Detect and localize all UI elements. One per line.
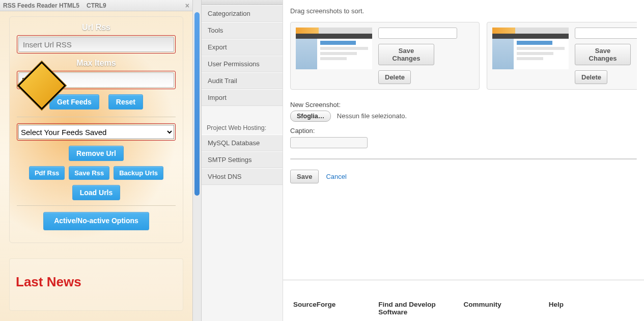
screenshot-caption-input[interactable]: [575, 28, 637, 39]
page-footer: SourceForge Find and Develop Software Co…: [283, 280, 644, 321]
screenshot-item[interactable]: Save Changes Delete: [487, 22, 637, 90]
caption-input[interactable]: [290, 137, 368, 148]
screenshot-thumbnail[interactable]: [296, 28, 372, 69]
main-content: Drag screenshots to sort. Save Changes D…: [283, 0, 644, 321]
screenshot-caption-input[interactable]: [378, 28, 457, 39]
screenshot-list: Save Changes Delete Save Changes Delete: [290, 22, 637, 90]
nav-hosting-header: Project Web Hosting:: [202, 121, 283, 135]
screenshot-thumbnail[interactable]: [492, 28, 569, 69]
delete-button[interactable]: Delete: [575, 70, 607, 84]
footer-col-find-develop[interactable]: Find and Develop Software: [378, 301, 463, 316]
sidebar-titlebar: RSS Feeds Reader HTML5 CTRL9 ×: [0, 0, 192, 11]
active-options-button[interactable]: Active/No-active Options: [43, 212, 149, 230]
cancel-link[interactable]: Cancel: [326, 173, 346, 180]
scrollbar-thumb[interactable]: [194, 12, 200, 196]
footer-col-sourceforge[interactable]: SourceForge: [293, 301, 378, 316]
nav-item-user-permissions[interactable]: User Permissions: [202, 56, 283, 72]
delete-button[interactable]: Delete: [378, 70, 411, 84]
nav-item-export[interactable]: Export: [202, 39, 283, 56]
drag-instruction: Drag screenshots to sort.: [290, 7, 637, 15]
rss-controls-card: Url Rss Max Items Get Feeds Reset Select…: [9, 16, 183, 243]
nav-item-import[interactable]: Import: [202, 89, 283, 106]
screenshot-item[interactable]: Save Changes Delete: [290, 22, 480, 90]
nav-item-tools[interactable]: Tools: [202, 22, 283, 39]
footer-col-help[interactable]: Help: [549, 301, 634, 316]
save-button[interactable]: Save: [290, 170, 319, 183]
get-feeds-button[interactable]: Get Feeds: [49, 94, 99, 110]
rss-sidebar-panel: RSS Feeds Reader HTML5 CTRL9 × Url Rss M…: [0, 0, 192, 321]
file-status-text: Nessun file selezionato.: [337, 112, 407, 120]
save-rss-button[interactable]: Save Rss: [69, 166, 109, 180]
nav-item-smtp[interactable]: SMTP Settings: [202, 151, 283, 168]
max-items-label: Max Items: [17, 59, 176, 68]
nav-item-audit-trail[interactable]: Audit Trail: [202, 72, 283, 89]
load-urls-button[interactable]: Load Urls: [72, 185, 121, 200]
backup-urls-button[interactable]: Backup Urls: [114, 166, 163, 180]
close-icon[interactable]: ×: [185, 2, 189, 10]
nav-header-spacer: [202, 0, 283, 5]
admin-nav: Categorization Tools Export User Permiss…: [202, 0, 283, 321]
url-rss-label: Url Rss: [17, 23, 176, 32]
feeds-saved-select[interactable]: Select Your Feeds Saved: [18, 125, 174, 139]
divider: [17, 205, 176, 206]
max-items-input[interactable]: [18, 72, 174, 88]
last-news-heading: Last News: [16, 274, 177, 290]
vertical-scrollbar[interactable]: [192, 0, 202, 321]
remove-url-button[interactable]: Remove Url: [69, 146, 124, 161]
new-screenshot-label: New Screenshot:: [290, 101, 637, 109]
sidebar-hotkey: CTRL9: [87, 2, 106, 9]
footer-col-community[interactable]: Community: [464, 301, 549, 316]
sidebar-title: RSS Feeds Reader HTML5: [3, 2, 79, 9]
nav-item-vhost-dns[interactable]: VHost DNS: [202, 168, 283, 185]
last-news-card: Last News: [9, 258, 183, 311]
url-rss-input[interactable]: [18, 37, 174, 52]
divider: [17, 117, 176, 117]
browse-file-button[interactable]: Sfoglia…: [290, 111, 331, 122]
nav-item-categorization[interactable]: Categorization: [202, 5, 283, 22]
reset-button[interactable]: Reset: [108, 94, 143, 110]
new-screenshot-block: New Screenshot: Sfoglia… Nessun file sel…: [290, 101, 637, 148]
caption-label: Caption:: [290, 127, 637, 135]
save-changes-button[interactable]: Save Changes: [575, 44, 631, 65]
save-changes-button[interactable]: Save Changes: [378, 44, 434, 65]
pdf-rss-button[interactable]: Pdf Rss: [29, 166, 65, 180]
nav-item-mysql[interactable]: MySQL Database: [202, 135, 283, 151]
divider: [290, 158, 637, 159]
